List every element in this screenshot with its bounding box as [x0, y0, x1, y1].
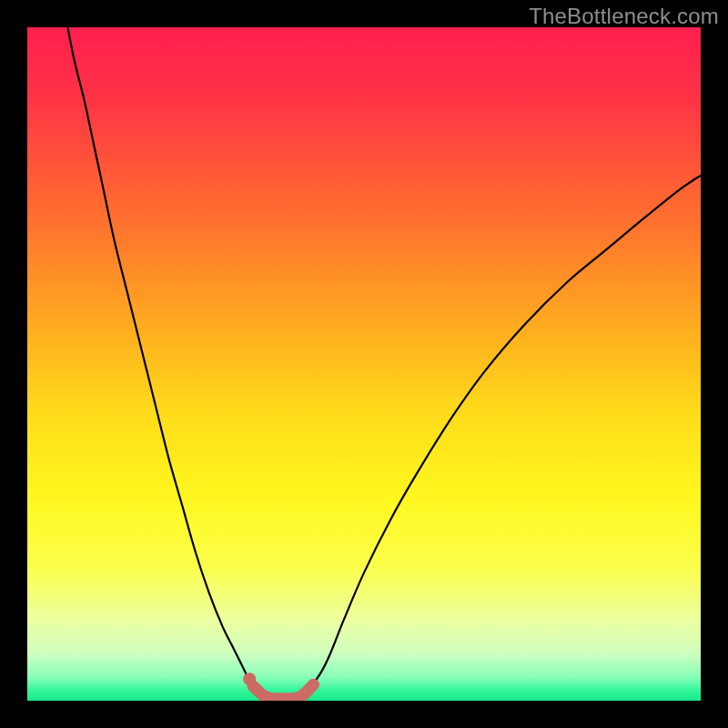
right-curve: [303, 176, 701, 698]
curves-layer: [27, 27, 701, 701]
bottom-marker-band: [253, 684, 314, 699]
chart-frame: TheBottleneck.com: [0, 0, 728, 728]
marker-dot-left: [243, 672, 256, 685]
plot-area: [27, 27, 701, 701]
watermark-text: TheBottleneck.com: [529, 4, 719, 29]
left-curve: [67, 27, 263, 697]
